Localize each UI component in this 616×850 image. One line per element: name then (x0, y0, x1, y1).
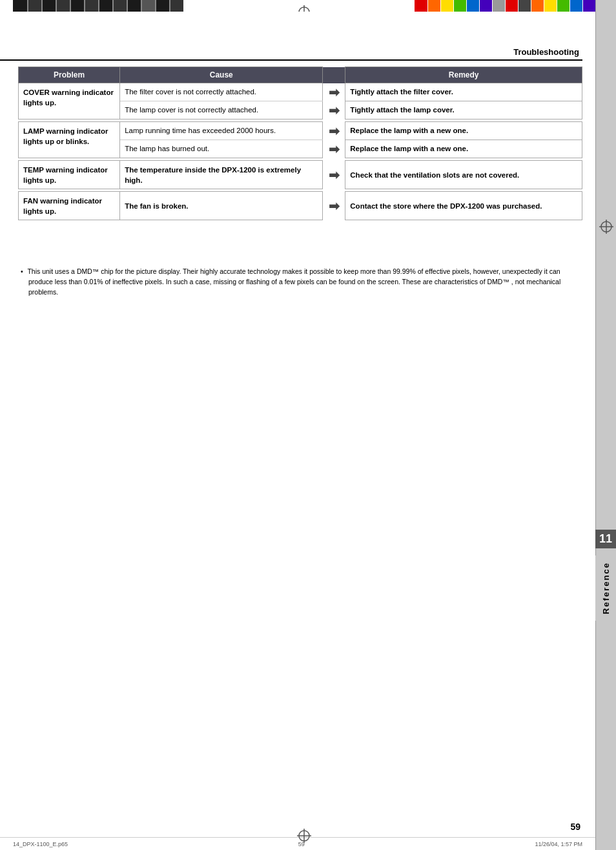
top-color-strip-left (13, 0, 183, 12)
remedy-cell: Check that the ventilation slots are not… (345, 161, 582, 189)
cause-cell: The filter cover is not correctly attach… (120, 83, 323, 101)
col-header-remedy: Remedy (345, 67, 582, 83)
note-body: This unit uses a DMD™ chip for the pictu… (27, 267, 560, 296)
problem-cell: COVER warning indicator lights up. (19, 83, 120, 119)
remedy-cell: Replace the lamp with a new one. (345, 140, 582, 158)
table-row: TEMP warning indicator lights up.The tem… (19, 161, 582, 189)
reg-mark-bottom (297, 829, 311, 845)
section-label-container: Reference (595, 555, 616, 621)
page-bottom-number: 59 (570, 822, 580, 832)
problem-cell: LAMP warning indicator lights up or blin… (19, 122, 120, 158)
problem-cell: TEMP warning indicator lights up. (19, 161, 120, 189)
cause-cell: The temperature inside the DPX-1200 is e… (120, 161, 323, 189)
remedy-cell: Tightly attach the filter cover. (345, 83, 582, 101)
troubleshooting-table-container: Problem Cause Remedy COVER warning indic… (18, 67, 582, 220)
col-header-problem: Problem (19, 67, 120, 83)
cause-cell: The fan is broken. (120, 192, 323, 220)
top-color-strip-right (415, 0, 595, 12)
arrow-cell: ➡ (323, 101, 345, 119)
table-row: COVER warning indicator lights up.The fi… (19, 83, 582, 101)
col-header-cause: Cause (120, 67, 323, 83)
note-text: • This unit uses a DMD™ chip for the pic… (18, 267, 582, 297)
problem-cell: FAN warning indicator lights up. (19, 192, 120, 220)
footer-right: 11/26/04, 1:57 PM (535, 841, 582, 847)
remedy-cell: Contact the store where the DPX-1200 was… (345, 192, 582, 220)
cause-cell: The lamp cover is not correctly attached… (120, 101, 323, 119)
troubleshooting-table: Problem Cause Remedy COVER warning indic… (18, 67, 582, 220)
cause-cell: The lamp has burned out. (120, 140, 323, 158)
table-row: LAMP warning indicator lights up or blin… (19, 122, 582, 140)
page-title: Troubleshooting (513, 47, 579, 57)
main-content: Troubleshooting Problem Cause Remedy COV… (0, 12, 595, 837)
page-header: Troubleshooting (0, 47, 582, 61)
section-label: Reference (601, 562, 611, 614)
note-section: • This unit uses a DMD™ chip for the pic… (18, 267, 582, 297)
table-row: FAN warning indicator lights up.The fan … (19, 192, 582, 220)
arrow-cell: ➡ (323, 192, 345, 220)
remedy-cell: Replace the lamp with a new one. (345, 122, 582, 140)
note-bullet: • (21, 267, 23, 275)
section-number: 11 (595, 530, 616, 548)
arrow-cell: ➡ (323, 161, 345, 189)
footer-left: 14_DPX-1100_E.p65 (13, 841, 68, 847)
col-header-arrow (323, 67, 345, 83)
right-sidebar (595, 0, 616, 850)
arrow-cell: ➡ (323, 122, 345, 140)
reg-mark-right (599, 220, 613, 236)
arrow-cell: ➡ (323, 140, 345, 158)
arrow-cell: ➡ (323, 83, 345, 101)
cause-cell: Lamp running time has exceeded 2000 hour… (120, 122, 323, 140)
remedy-cell: Tightly attach the lamp cover. (345, 101, 582, 119)
